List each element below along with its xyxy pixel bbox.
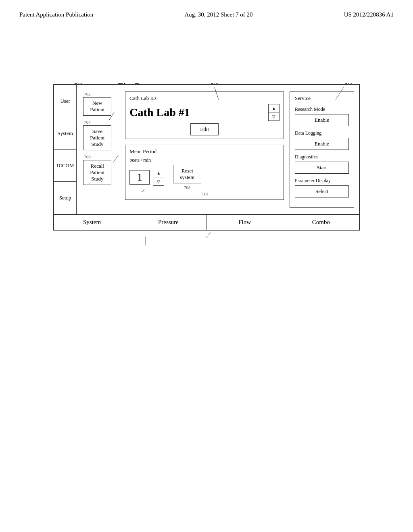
left-col: 702 New Patient 704 Save Patient Study 7… [83, 91, 119, 208]
ref-704-label: 704 [84, 120, 119, 125]
mean-period-section: Mean Period beats / min 1 ▲ ▽ Reset syst… [125, 145, 284, 200]
cath-lab-down-button[interactable]: ▽ [269, 112, 279, 121]
data-logging-label: Data Logging [295, 130, 349, 136]
service-title: Service [295, 95, 349, 102]
bottom-tabs: System Pressure Flow Combo [54, 214, 359, 230]
diagnostics-start-button[interactable]: Start [295, 162, 349, 174]
edit-button[interactable]: Edit [190, 123, 219, 135]
tab-combo[interactable]: Combo [283, 215, 359, 230]
research-mode-enable-button[interactable]: Enable [295, 114, 349, 126]
research-mode-label: Research Mode [295, 106, 349, 112]
edit-btn-row: Edit [129, 123, 280, 135]
data-logging-enable-button[interactable]: Enable [295, 138, 349, 150]
cath-lab-up-button[interactable]: ▲ [269, 104, 279, 112]
tab-system[interactable]: System [54, 215, 130, 230]
svg-line-6 [206, 233, 211, 238]
tab-flow[interactable]: Flow [207, 215, 283, 230]
service-item-logging: Data Logging Enable [295, 130, 349, 150]
service-item-parameter: Parameter Display Select [295, 178, 349, 197]
service-section: Service Research Mode Enable Data Loggin… [290, 91, 354, 208]
cath-lab-value: Cath Lab #1 [129, 106, 265, 119]
header-left: Patent Application Publication [19, 11, 93, 18]
ref-706-label: 706 [84, 154, 119, 159]
main-content: 702 New Patient 704 Save Patient Study 7… [77, 85, 359, 214]
parameter-display-select-button[interactable]: Select [295, 185, 349, 197]
new-patient-button[interactable]: New Patient [83, 97, 111, 116]
left-sidebar: User System DICOM Setup [54, 85, 77, 214]
diagram-wrapper: User System DICOM Setup [53, 84, 360, 231]
main-box: User System DICOM Setup [53, 84, 360, 231]
save-patient-study-button[interactable]: Save Patient Study [83, 125, 111, 150]
cath-lab-row: Cath Lab #1 ▲ ▽ [129, 104, 280, 121]
recall-patient-study-button[interactable]: Recall Patient Study [83, 160, 111, 185]
parameter-display-label: Parameter Display [295, 178, 349, 184]
figure-area: 700 Fig. 7 712 710 [0, 83, 413, 231]
ref-708-label: 708 [184, 185, 191, 190]
mean-period-up-button[interactable]: ▲ [153, 169, 164, 177]
mean-period-value: 1 [129, 170, 150, 185]
cath-lab-spinner[interactable]: ▲ ▽ [268, 104, 280, 121]
mean-period-spinner[interactable]: ▲ ▽ [153, 169, 164, 186]
service-item-research: Research Mode Enable [295, 106, 349, 126]
page-header: Patent Application Publication Aug. 30, … [0, 0, 413, 18]
sidebar-tab-system[interactable]: System [54, 117, 76, 150]
ref-702-label: 702 [84, 91, 119, 96]
cath-lab-section: Cath Lab ID Cath Lab #1 ▲ ▽ Edit [125, 91, 284, 139]
mean-row: 1 ▲ ▽ Reset system 708 [129, 165, 280, 190]
mean-period-title: Mean Period [129, 148, 280, 155]
sidebar-tab-setup[interactable]: Setup [54, 182, 76, 214]
mean-period-down-button[interactable]: ▽ [153, 177, 164, 185]
header-right: US 2012/220836 A1 [344, 11, 394, 18]
cath-lab-title: Cath Lab ID [129, 95, 280, 102]
center-col: Cath Lab ID Cath Lab #1 ▲ ▽ Edit [125, 91, 284, 208]
service-item-diagnostics: Diagnostics Start [295, 154, 349, 174]
header-center: Aug. 30, 2012 Sheet 7 of 20 [184, 11, 252, 18]
sidebar-tab-dicom[interactable]: DICOM [54, 150, 76, 182]
mean-period-unit: beats / min [129, 157, 280, 163]
sidebar-tab-user[interactable]: User [54, 85, 76, 117]
diagnostics-label: Diagnostics [295, 154, 349, 160]
inner-content: User System DICOM Setup [54, 85, 359, 214]
reset-system-button[interactable]: Reset system [173, 165, 201, 183]
tab-pressure[interactable]: Pressure [130, 215, 206, 230]
ref-714-label: 714 [129, 191, 280, 196]
